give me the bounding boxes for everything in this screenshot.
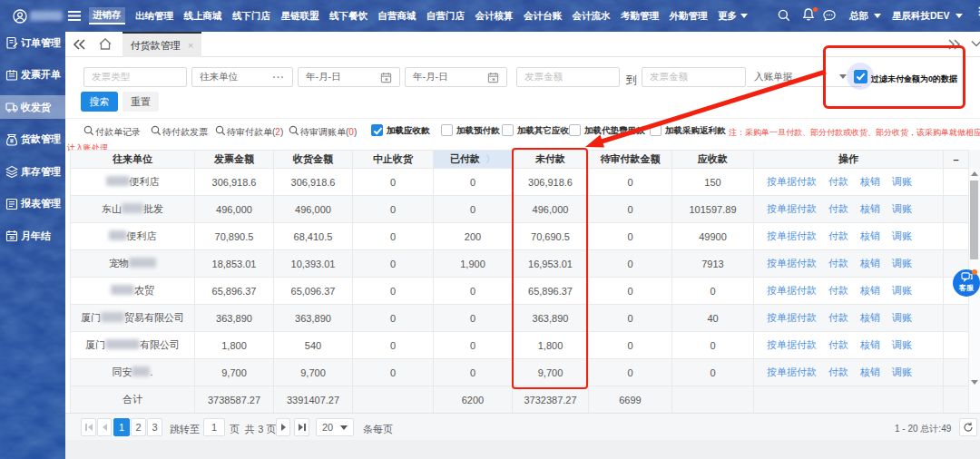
svg-text:30: 30 bbox=[9, 235, 15, 240]
